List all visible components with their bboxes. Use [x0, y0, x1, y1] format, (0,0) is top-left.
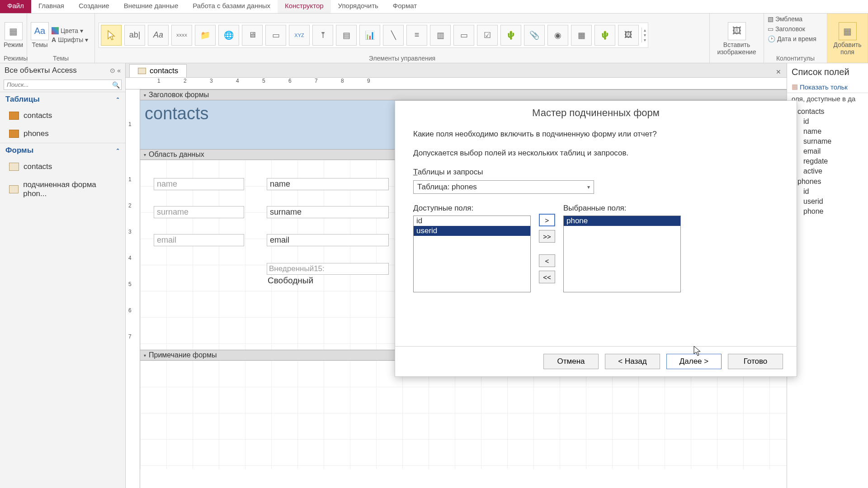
selected-fields-listbox[interactable]: phone	[563, 216, 681, 292]
label-email[interactable]: email	[154, 234, 244, 246]
image-control[interactable]: 🖼	[618, 25, 639, 46]
fl-field[interactable]: userid	[790, 197, 865, 206]
gallery-down-icon[interactable]: ▾	[644, 33, 646, 38]
field-list-subhead: оля, доступные в да	[787, 93, 868, 104]
togglebutton-control[interactable]: ≡	[406, 25, 427, 46]
bound-control[interactable]: 🌵	[594, 25, 615, 46]
tab-database[interactable]: Работа с базами данных	[185, 0, 278, 13]
subform-label[interactable]: Внедренный15:	[267, 263, 389, 275]
remove-field-button[interactable]: <	[539, 254, 555, 267]
tab-design[interactable]: Конструктор	[278, 0, 331, 13]
webbrowser-control[interactable]: 🖥	[242, 25, 263, 46]
close-document-button[interactable]: ✕	[773, 66, 784, 77]
next-button[interactable]: Далее >	[666, 354, 722, 369]
button-control[interactable]: XXXX	[171, 25, 192, 46]
pointer-control[interactable]	[101, 25, 122, 46]
chevron-down-icon[interactable]: ⊙ «	[110, 67, 121, 74]
label-control[interactable]: Aa	[148, 25, 169, 46]
subform-control[interactable]: ▦	[571, 25, 592, 46]
add-fields-button[interactable]: ▦Добавить поля	[831, 22, 864, 56]
fl-field[interactable]: phone	[790, 206, 865, 216]
logo-button[interactable]: ▧Эмблема	[768, 15, 802, 23]
document-tab-contacts[interactable]: contacts	[129, 64, 187, 77]
list-item[interactable]: id	[414, 216, 530, 226]
ribbon: ▦Режим Режимы AaТемы Цвета ▾ AШрифты ▾ Т…	[0, 14, 868, 63]
fonts-button[interactable]: AШрифты ▾	[52, 36, 88, 43]
gallery-more-icon[interactable]: ▾	[644, 38, 646, 42]
colors-button[interactable]: Цвета ▾	[52, 27, 88, 34]
available-fields-listbox[interactable]: id userid	[413, 216, 531, 292]
title-button[interactable]: ▭Заголовок	[768, 25, 805, 33]
fl-table-phones[interactable]: ⊟ phones	[790, 176, 865, 187]
nav-form-contacts[interactable]: contacts	[0, 158, 125, 176]
optiongroup-control[interactable]: XYZ	[289, 25, 310, 46]
label-surname[interactable]: surname	[154, 206, 244, 218]
view-button[interactable]: ▦Режим	[4, 22, 23, 48]
datetime-icon: 🕑	[768, 35, 775, 42]
textbox-control[interactable]: ab|	[124, 25, 145, 46]
ribbon-group-themes: AaТемы Цвета ▾ AШрифты ▾ Темы	[27, 14, 95, 63]
nav-table-contacts[interactable]: contacts	[0, 107, 125, 125]
fl-field[interactable]: id	[790, 117, 865, 127]
cancel-button[interactable]: Отмена	[543, 354, 599, 369]
field-list-tree: ⊟ contacts id name surname email regdate…	[787, 104, 868, 218]
fl-field[interactable]: email	[790, 146, 865, 156]
nav-forms-header[interactable]: Формы⌃	[0, 143, 125, 158]
finish-button[interactable]: Готово	[728, 354, 783, 369]
list-item[interactable]: userid	[414, 226, 530, 236]
textbox-name[interactable]: name	[267, 178, 389, 190]
form-title[interactable]: contacts	[145, 104, 209, 123]
remove-all-fields-button[interactable]: <<	[539, 271, 555, 283]
ribbon-group-views: ▦Режим Режимы	[0, 14, 27, 63]
add-field-button[interactable]: >	[539, 214, 555, 226]
pagebreak-control[interactable]: ⤒	[312, 25, 333, 46]
fl-field[interactable]: name	[790, 127, 865, 136]
label-name[interactable]: name	[154, 178, 244, 190]
search-input[interactable]	[4, 80, 110, 89]
tab-home[interactable]: Главная	[31, 0, 71, 13]
line-control[interactable]: ╲	[383, 25, 404, 46]
tab-arrange[interactable]: Упорядочить	[331, 0, 386, 13]
nav-table-phones[interactable]: phones	[0, 125, 125, 143]
listbox-control[interactable]: ▥	[430, 25, 451, 46]
nav-tables-header[interactable]: Таблицы⌃	[0, 92, 125, 107]
hyperlink-control[interactable]: 🌐	[218, 25, 239, 46]
gallery-up-icon[interactable]: ▴	[644, 28, 646, 33]
list-item[interactable]: phone	[564, 216, 680, 226]
form-footer-section[interactable]	[140, 361, 787, 469]
fl-field[interactable]: id	[790, 187, 865, 197]
datetime-button[interactable]: 🕑Дата и время	[768, 35, 816, 42]
textbox-email[interactable]: email	[267, 234, 389, 246]
tab-format[interactable]: Формат	[386, 0, 424, 13]
tab-external[interactable]: Внешние данные	[117, 0, 186, 13]
tab-file[interactable]: Файл	[0, 0, 31, 13]
fl-field[interactable]: regdate	[790, 156, 865, 166]
themes-button[interactable]: AaТемы	[31, 22, 49, 48]
fl-table-contacts[interactable]: ⊟ contacts	[790, 106, 865, 117]
unbound-control[interactable]: 🌵	[500, 25, 521, 46]
ruler-tick: 1	[157, 78, 160, 84]
optionbutton-control[interactable]: ◉	[547, 25, 568, 46]
navigation-control[interactable]: ▭	[265, 25, 286, 46]
rectangle-control[interactable]: ▭	[453, 25, 474, 46]
vruler-tick: 7	[128, 333, 132, 340]
nav-form-subphones[interactable]: подчиненная форма phon...	[0, 176, 125, 203]
search-icon[interactable]: 🔍	[110, 80, 121, 89]
tab-control[interactable]: 📁	[195, 25, 216, 46]
fl-field[interactable]: active	[790, 166, 865, 176]
tables-combobox[interactable]: Таблица: phones▾	[413, 180, 594, 194]
attachment-control[interactable]: 📎	[524, 25, 545, 46]
tab-create[interactable]: Создание	[71, 0, 117, 13]
fl-field[interactable]: surname	[790, 136, 865, 146]
checkbox-control[interactable]: ☑	[477, 25, 498, 46]
nav-header[interactable]: Все объекты Access ⊙ «	[0, 63, 125, 78]
show-all-tables-link[interactable]: ▦Показать тольк	[787, 81, 868, 93]
horizontal-ruler: 1 2 3 4 5 6 7 8 9	[126, 78, 787, 89]
chart-control[interactable]: 📊	[359, 25, 380, 46]
back-button[interactable]: < Назад	[605, 354, 660, 369]
textbox-surname[interactable]: surname	[267, 206, 389, 218]
form-header-bar[interactable]: Заголовок формы	[140, 89, 787, 100]
insert-image-button[interactable]: 🖼Вставить изображение	[713, 22, 760, 56]
combobox-control[interactable]: ▤	[336, 25, 357, 46]
add-all-fields-button[interactable]: >>	[539, 230, 555, 243]
